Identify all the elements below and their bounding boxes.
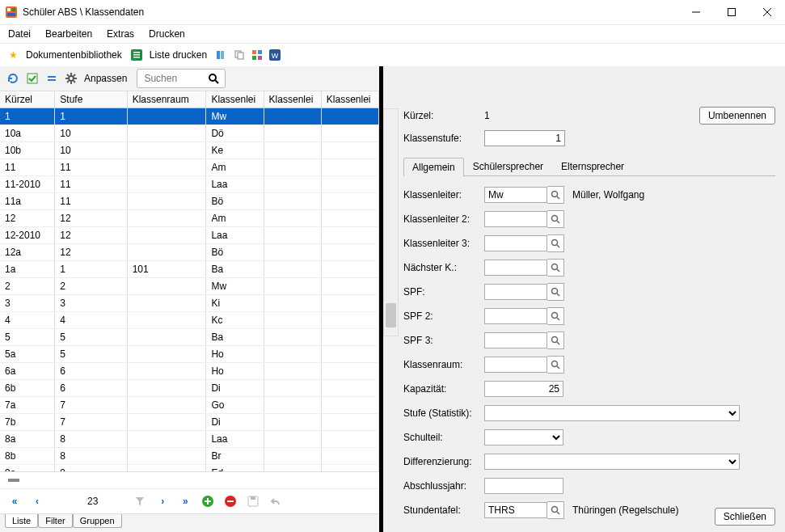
- table-row[interactable]: 44Kc: [0, 312, 379, 329]
- kuerzel-label: Kürzel:: [403, 110, 484, 121]
- table-row[interactable]: 1212Am: [0, 210, 379, 227]
- klassenleiter-2-input[interactable]: [484, 211, 547, 227]
- klassenstufe-input[interactable]: [484, 130, 565, 146]
- undo-icon[interactable]: [269, 495, 282, 508]
- tab-list[interactable]: Liste: [5, 514, 38, 528]
- table-row[interactable]: 7b7Di: [0, 414, 379, 431]
- lookup-icon[interactable]: [547, 356, 564, 374]
- close-window-button[interactable]: [749, 0, 785, 24]
- kapazitaet-input[interactable]: [484, 381, 563, 397]
- menu-extras[interactable]: Extras: [107, 28, 134, 40]
- print-list-button[interactable]: Liste drucken: [150, 49, 207, 61]
- columns-icon[interactable]: [215, 49, 228, 61]
- col-klassenleiter-3[interactable]: Klassenlei: [321, 91, 378, 108]
- lookup-icon[interactable]: [547, 210, 564, 228]
- table-row[interactable]: 12-201012Laa: [0, 227, 379, 244]
- menu-file[interactable]: Datei: [8, 28, 31, 40]
- menu-edit[interactable]: Bearbeiten: [45, 28, 92, 40]
- refresh-icon[interactable]: [6, 72, 19, 85]
- col-klassenraum[interactable]: Klassenraum: [127, 91, 206, 108]
- search-input[interactable]: [142, 72, 202, 85]
- schulteil-select[interactable]: [484, 429, 563, 445]
- docs-library-button[interactable]: Dokumentenbibliothek: [26, 49, 122, 61]
- col-stufe[interactable]: Stufe: [55, 91, 127, 108]
- search-icon[interactable]: [207, 72, 220, 85]
- table-row[interactable]: 22Mw: [0, 278, 379, 295]
- col-klassenleiter-1[interactable]: Klassenlei: [206, 91, 264, 108]
- close-button[interactable]: Schließen: [715, 508, 775, 526]
- scrollbar[interactable]: [383, 108, 399, 336]
- lookup-icon[interactable]: [547, 331, 564, 349]
- table-row[interactable]: 11Mw: [0, 108, 379, 125]
- tab-allgemein[interactable]: Allgemein: [403, 158, 464, 176]
- tab-filter[interactable]: Filter: [38, 514, 72, 528]
- grid-icon[interactable]: [251, 49, 264, 61]
- table-row[interactable]: 8b8Br: [0, 448, 379, 465]
- maximize-button[interactable]: [714, 0, 749, 24]
- klassenleiter-3-input[interactable]: [484, 235, 547, 251]
- gear-icon[interactable]: [65, 72, 78, 85]
- table-row[interactable]: 6a6Ho: [0, 363, 379, 380]
- toolbar-list: Anpassen: [0, 66, 379, 91]
- col-klassenleiter-2[interactable]: Klassenlei: [264, 91, 321, 108]
- svg-line-59: [557, 366, 559, 369]
- table-row[interactable]: 9a9Ed: [0, 465, 379, 472]
- table-row[interactable]: 8a8Laa: [0, 431, 379, 448]
- search-box[interactable]: [137, 69, 226, 88]
- table-row[interactable]: 33Ki: [0, 295, 379, 312]
- add-record-icon[interactable]: [201, 495, 214, 508]
- lookup-icon[interactable]: [547, 501, 564, 519]
- word-icon[interactable]: W: [268, 49, 281, 61]
- save-icon[interactable]: [247, 495, 260, 508]
- rename-button[interactable]: Umbenennen: [699, 107, 775, 125]
- svg-line-45: [557, 196, 559, 199]
- klassenraum-input[interactable]: [484, 357, 547, 373]
- differenzierung-select[interactable]: [484, 454, 740, 470]
- svg-line-47: [557, 221, 559, 223]
- delete-record-icon[interactable]: [224, 495, 237, 508]
- table-row[interactable]: 11a11Bö: [0, 193, 379, 210]
- nav-first-icon[interactable]: «: [8, 495, 21, 508]
- customize-button[interactable]: Anpassen: [84, 73, 127, 84]
- lookup-icon[interactable]: [547, 259, 564, 277]
- tab-elternsprecher[interactable]: Elternsprecher: [552, 157, 633, 175]
- nav-last-icon[interactable]: »: [179, 495, 192, 508]
- collapse-icon[interactable]: [45, 72, 58, 85]
- abschlussjahr-input[interactable]: [484, 478, 563, 494]
- table-row[interactable]: 55Ba: [0, 329, 379, 346]
- svg-point-54: [552, 313, 558, 319]
- col-kuerzel[interactable]: Kürzel: [0, 91, 55, 108]
- lookup-icon[interactable]: [547, 234, 564, 252]
- table-row[interactable]: 10b10Ke: [0, 142, 379, 159]
- stufe-statistik-select[interactable]: [484, 405, 740, 421]
- menu-print[interactable]: Drucken: [149, 28, 185, 40]
- table-row[interactable]: 1111Am: [0, 159, 379, 176]
- table-row[interactable]: 1a1101Ba: [0, 261, 379, 278]
- spf-2-input[interactable]: [484, 308, 547, 324]
- class-table[interactable]: Kürzel Stufe Klassenraum Klassenlei Klas…: [0, 91, 379, 471]
- klassenleiter-1-input[interactable]: [484, 187, 547, 203]
- check-icon[interactable]: [26, 72, 39, 85]
- nav-next-icon[interactable]: ›: [156, 495, 169, 508]
- lookup-icon[interactable]: [547, 283, 564, 301]
- nav-prev-icon[interactable]: ‹: [31, 495, 44, 508]
- spf-3-input[interactable]: [484, 332, 547, 348]
- tab-schuelersprecher[interactable]: Schülersprecher: [464, 157, 552, 175]
- naechster-klassenleiter-input[interactable]: [484, 260, 547, 276]
- stundentafel-input[interactable]: [484, 502, 547, 518]
- table-row[interactable]: 11-201011Laa: [0, 176, 379, 193]
- svg-line-6: [763, 8, 771, 16]
- minimize-button[interactable]: [678, 0, 714, 24]
- star-icon[interactable]: ★: [6, 49, 19, 61]
- copy-icon[interactable]: [233, 49, 246, 61]
- table-row[interactable]: 12a12Bö: [0, 244, 379, 261]
- tab-groups[interactable]: Gruppen: [73, 514, 122, 528]
- table-row[interactable]: 6b6Di: [0, 380, 379, 397]
- table-row[interactable]: 10a10Dö: [0, 125, 379, 142]
- spf-input[interactable]: [484, 284, 547, 300]
- filter-icon[interactable]: [133, 495, 146, 508]
- lookup-icon[interactable]: [547, 186, 564, 204]
- table-row[interactable]: 7a7Go: [0, 397, 379, 414]
- table-row[interactable]: 5a5Ho: [0, 346, 379, 363]
- lookup-icon[interactable]: [547, 307, 564, 325]
